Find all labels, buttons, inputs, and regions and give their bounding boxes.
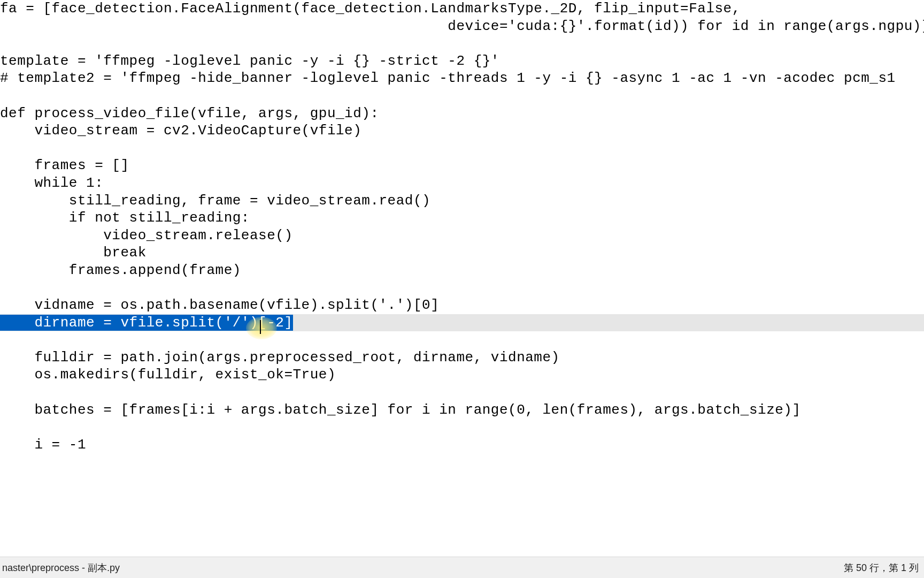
code-line[interactable] (0, 35, 924, 52)
code-line[interactable] (0, 384, 924, 401)
code-line[interactable]: # template2 = 'ffmpeg -hide_banner -logl… (0, 70, 924, 87)
code-line[interactable]: template = 'ffmpeg -loglevel panic -y -i… (0, 52, 924, 70)
code-line[interactable]: i = -1 (0, 436, 924, 454)
code-line[interactable]: fa = [face_detection.FaceAlignment(face_… (0, 0, 924, 18)
status-filepath: naster\preprocess - 副本.py (2, 561, 120, 574)
code-line[interactable]: frames = [] (0, 157, 924, 174)
code-editor[interactable]: fa = [face_detection.FaceAlignment(face_… (0, 0, 924, 557)
code-line[interactable]: break (0, 244, 924, 262)
code-line[interactable] (0, 279, 924, 297)
status-cursor-position: 第 50 行，第 1 列 (844, 561, 919, 574)
code-line[interactable]: if not still_reading: (0, 209, 924, 227)
code-line[interactable] (0, 419, 924, 436)
code-line[interactable] (0, 87, 924, 105)
code-line[interactable]: still_reading, frame = video_stream.read… (0, 192, 924, 210)
text-selection: dirname = vfile.split('/')[-2] (0, 315, 293, 331)
code-line[interactable]: while 1: (0, 174, 924, 192)
status-bar: naster\preprocess - 副本.py 第 50 行，第 1 列 (0, 557, 924, 578)
code-line[interactable]: vidname = os.path.basename(vfile).split(… (0, 296, 924, 314)
code-line[interactable]: video_stream.release() (0, 227, 924, 245)
code-line[interactable] (0, 331, 924, 349)
code-line[interactable]: os.makedirs(fulldir, exist_ok=True) (0, 366, 924, 384)
code-line[interactable] (0, 140, 924, 157)
code-line[interactable]: dirname = vfile.split('/')[-2] (0, 314, 924, 332)
code-line[interactable]: frames.append(frame) (0, 262, 924, 279)
code-line[interactable]: batches = [frames[i:i + args.batch_size]… (0, 401, 924, 419)
code-line[interactable]: device='cuda:{}'.format(id)) for id in r… (0, 18, 924, 35)
text-caret (260, 320, 261, 334)
code-line[interactable]: video_stream = cv2.VideoCapture(vfile) (0, 122, 924, 140)
code-line[interactable]: fulldir = path.join(args.preprocessed_ro… (0, 349, 924, 367)
code-line[interactable]: def process_video_file(vfile, args, gpu_… (0, 105, 924, 123)
